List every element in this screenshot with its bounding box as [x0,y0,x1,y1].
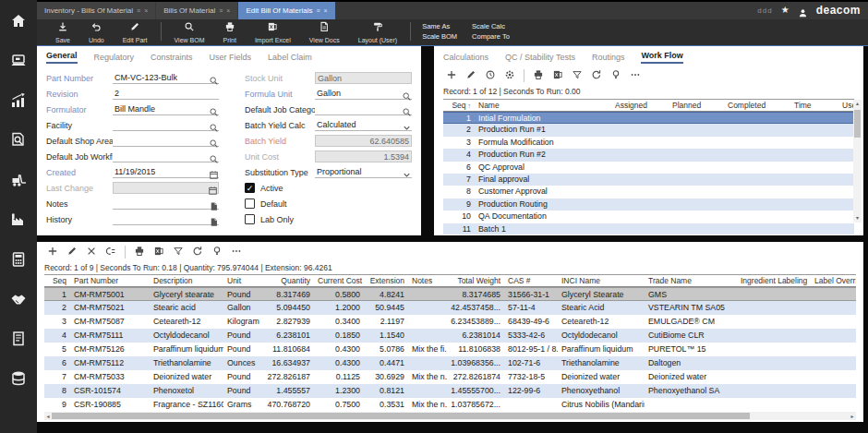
compare-to-button[interactable]: Compare To [472,32,510,42]
gear-button[interactable] [501,68,518,83]
excel-button[interactable] [549,68,566,83]
window-tab[interactable]: Inventory - Bills Of Material≡× [37,2,155,19]
table-row[interactable]: 11Batch 1 [443,223,854,235]
column-header-ingredient-labeling[interactable]: Ingredient Labeling [737,275,811,286]
workflow-vertical-scrollbar[interactable]: ▴ ▾ [853,100,862,223]
column-header-extension[interactable]: Extension [364,275,408,286]
tab-calculations[interactable]: Calculations [443,53,488,64]
print-button[interactable] [131,245,148,259]
scrollbar-thumb[interactable] [854,110,861,138]
excel-button[interactable] [151,245,167,259]
table-row[interactable]: 8Customer Approval [443,186,854,198]
table-row[interactable]: 3CM-RM75087Ceteareth-12Kilogram2.8279390… [44,315,856,329]
bom-horizontal-scrollbar[interactable]: ◂ ▸ [44,412,856,420]
refresh-button[interactable] [189,245,206,259]
column-header-notes[interactable]: Notes [408,275,447,286]
tab-close-icon[interactable]: × [226,7,230,14]
sidebar-item-sales[interactable] [7,92,30,113]
window-tab[interactable]: Bills Of Material≡× [156,2,237,19]
user-icon[interactable] [798,6,808,16]
replace-button[interactable] [102,245,119,259]
more-button[interactable] [228,245,245,259]
history-field[interactable] [113,213,219,225]
table-row[interactable]: 7CM-RM75033Deionized waterPound272.82618… [44,370,856,384]
column-header-assigned[interactable]: Assigned [611,100,669,111]
created-field[interactable]: 11/19/2015 [113,166,219,178]
table-row[interactable]: 3Formula Modification [443,137,854,149]
refresh-button[interactable] [588,68,605,83]
search-icon[interactable] [209,136,219,146]
edit-button[interactable] [463,68,479,83]
tab-label-claim[interactable]: Label Claim [268,53,312,64]
note-icon[interactable] [209,198,219,209]
column-header-seq[interactable]: Seq↑ [443,100,475,111]
chevron-down-icon[interactable] [402,167,412,177]
default-job-category-field[interactable] [315,103,412,115]
search-icon[interactable] [402,104,412,114]
edit-button[interactable] [64,245,80,259]
sidebar-item-crm[interactable] [7,291,30,311]
scale-bom-button[interactable]: Scale BOM [422,32,457,42]
add-button[interactable] [44,245,61,259]
search-icon[interactable] [209,151,219,162]
edit-part-button[interactable]: Edit Part [114,19,157,43]
undo-button[interactable]: Undo [79,19,114,43]
search-icon[interactable] [209,73,219,83]
scrollbar-thumb[interactable] [52,413,750,419]
table-row[interactable]: 6CM-RM75112TriethanolamineOunces16.63493… [44,356,856,370]
bulb-button[interactable] [608,68,624,83]
scroll-down-icon[interactable]: ▾ [856,214,859,223]
notes-field[interactable] [113,198,219,210]
tab-close-icon[interactable]: × [324,7,328,14]
layout-user-button[interactable]: Layout (User) [349,19,406,43]
table-row[interactable]: 4CM-RM75111OctyldodecanolPound6.2381010.… [44,329,856,343]
add-button[interactable] [443,68,460,83]
tab-regulatory[interactable]: Regulatory [94,53,135,64]
column-header-completed[interactable]: Completed [724,100,790,111]
sidebar-item-inventory[interactable] [7,172,30,192]
facility-field[interactable] [113,119,219,131]
column-header-current-cost[interactable]: Current Cost [314,275,364,286]
column-header-part-number[interactable]: Part Number [70,275,150,286]
checkbox-default[interactable] [245,198,255,209]
column-header-time[interactable]: Time [790,100,838,111]
checkbox-active[interactable]: ✓ [245,183,255,193]
sidebar-item-terminal[interactable] [7,53,30,73]
scale-calc-button[interactable]: Scale Calc [472,22,510,31]
table-row[interactable]: 7Final approval [443,174,854,186]
table-row[interactable]: 1CM-RM75001Glyceryl stearatePound8.31746… [44,287,856,301]
favorite-star-icon[interactable]: ★ [781,6,790,15]
tab-general[interactable]: General [46,51,78,64]
tab-menu-icon[interactable]: ≡ [316,7,319,14]
column-header-unit[interactable]: Unit [223,275,260,286]
column-header-planned[interactable]: Planned [669,100,724,111]
part-number-field[interactable]: CM-VC-123-Bulk [113,72,219,84]
column-header-description[interactable]: Description [150,275,223,286]
column-header-user[interactable]: User [838,100,854,111]
column-header-inci-name[interactable]: INCI Name [558,275,645,286]
same-as-button[interactable]: Same As [422,22,457,31]
sidebar-item-accounting[interactable] [7,251,30,271]
table-row[interactable]: 9CSR-190885Fragrance - SZ11607 O...Grams… [44,398,856,412]
window-tab[interactable]: Edit Bill Of Materials≡× [238,2,334,19]
chevron-down-icon[interactable] [402,120,412,130]
history-button[interactable] [482,68,499,83]
table-row[interactable]: 2CM-RM75021Stearic acidGallon5.0944501.2… [44,301,856,315]
formula-unit-field[interactable]: Gallon [315,88,412,100]
view-docs-button[interactable]: View Docs [300,19,349,43]
view-bom-button[interactable]: View BOM [165,19,214,43]
more-button[interactable] [627,68,644,83]
revision-field[interactable]: 2 [113,88,219,100]
table-row[interactable]: 9Production Routing [443,198,854,210]
print-button[interactable] [530,68,547,83]
tab-constraints[interactable]: Constraints [151,53,193,64]
tab-user-fields[interactable]: User Fields [210,53,252,64]
tab-routings[interactable]: Routings [592,53,625,64]
sidebar-item-data[interactable] [7,370,30,391]
delete-button[interactable] [83,245,100,259]
sidebar-item-production[interactable] [7,211,30,232]
search-icon[interactable] [209,104,219,114]
filter-button[interactable] [170,245,187,259]
column-header-quantity[interactable]: Quantity [260,275,314,286]
scroll-up-icon[interactable]: ▴ [856,100,859,108]
